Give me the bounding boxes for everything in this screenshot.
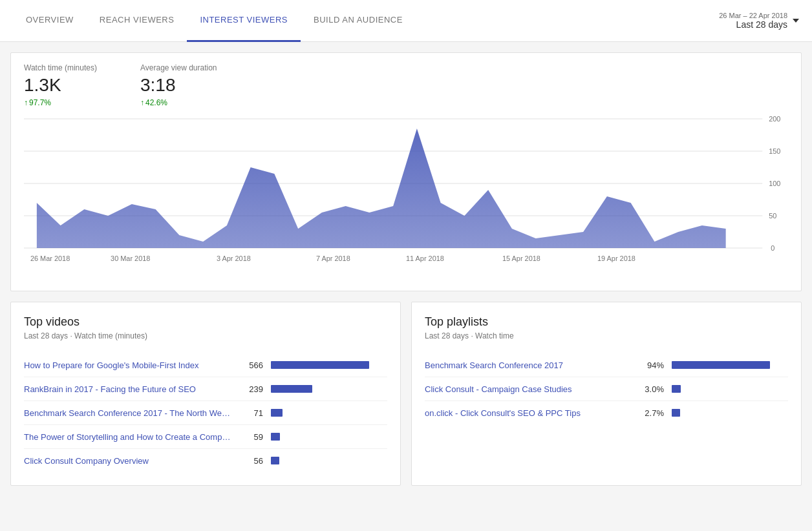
bar-container-3 [271, 408, 374, 418]
chevron-down-icon [793, 19, 799, 23]
svg-text:15 Apr 2018: 15 Apr 2018 [502, 255, 540, 262]
date-range-small: 26 Mar – 22 Apr 2018 [719, 12, 787, 19]
playlist-bar-container-3 [672, 408, 775, 418]
video-value-5: 56 [231, 456, 263, 466]
bar-container-1 [271, 360, 374, 370]
avg-view-metric: Average view duration 3:18 ↑42.6% [140, 63, 231, 107]
playlist-value-2: 3.0% [632, 384, 664, 394]
avg-view-arrow: ↑ [140, 98, 144, 107]
svg-text:50: 50 [769, 212, 776, 220]
playlist-value-1: 94% [632, 360, 664, 370]
video-value-1: 566 [231, 360, 263, 370]
chart-area: 200 150 100 50 0 26 Mar 2018 3 [24, 112, 788, 280]
video-label-2[interactable]: RankBrain in 2017 - Facing the Future of… [24, 384, 231, 394]
bar-1 [271, 361, 369, 369]
svg-text:7 Apr 2018: 7 Apr 2018 [316, 255, 350, 262]
bar-4 [271, 433, 280, 441]
playlist-value-3: 2.7% [632, 408, 664, 418]
video-label-1[interactable]: How to Prepare for Google's Mobile-First… [24, 360, 231, 370]
playlist-bar-3 [672, 409, 680, 417]
playlist-label-3[interactable]: on.click - Click Consult's SEO & PPC Tip… [425, 408, 632, 418]
playlist-bar-container-1 [672, 360, 775, 370]
playlist-bar-1 [672, 361, 770, 369]
main-content: Watch time (minutes) 1.3K ↑97.7% Average… [0, 42, 812, 496]
table-row: The Power of Storytelling and How to Cre… [24, 425, 387, 449]
svg-text:3 Apr 2018: 3 Apr 2018 [217, 255, 251, 262]
svg-text:150: 150 [769, 147, 780, 155]
watch-time-value: 1.3K [24, 75, 114, 96]
top-videos-title: Top videos [24, 315, 387, 329]
table-row: Click Consult Company Overview 56 [24, 449, 387, 472]
video-label-5[interactable]: Click Consult Company Overview [24, 456, 231, 466]
bar-3 [271, 409, 283, 417]
video-value-2: 239 [231, 384, 263, 394]
svg-text:26 Mar 2018: 26 Mar 2018 [30, 255, 70, 262]
playlist-bar-2 [672, 385, 681, 393]
date-range-main: Last 28 days [736, 19, 787, 30]
tab-bar: OVERVIEW REACH VIEWERS INTEREST VIEWERS … [0, 0, 812, 42]
bar-5 [271, 457, 279, 464]
tab-interest-viewers[interactable]: INTEREST VIEWERS [187, 0, 301, 42]
bottom-panels: Top videos Last 28 days · Watch time (mi… [10, 302, 802, 486]
table-row: Click Consult - Campaign Case Studies 3.… [425, 377, 788, 401]
watch-time-label: Watch time (minutes) [24, 63, 114, 72]
top-playlists-title: Top playlists [425, 315, 788, 329]
svg-text:100: 100 [769, 180, 780, 187]
top-playlists-subtitle: Last 28 days · Watch time [425, 331, 788, 340]
svg-text:30 Mar 2018: 30 Mar 2018 [111, 255, 150, 262]
table-row: How to Prepare for Google's Mobile-First… [24, 353, 387, 377]
bar-container-5 [271, 455, 374, 466]
chart-svg: 200 150 100 50 0 26 Mar 2018 3 [24, 112, 788, 280]
table-row: RankBrain in 2017 - Facing the Future of… [24, 377, 387, 401]
watch-time-change: ↑97.7% [24, 98, 114, 107]
video-value-4: 59 [231, 432, 263, 442]
bar-container-4 [271, 432, 374, 442]
video-label-3[interactable]: Benchmark Search Conference 2017 - The N… [24, 408, 231, 418]
table-row: Benchmark Search Conference 2017 94% [425, 353, 788, 377]
svg-text:0: 0 [771, 244, 775, 252]
watch-time-arrow: ↑ [24, 98, 28, 107]
playlist-label-2[interactable]: Click Consult - Campaign Case Studies [425, 384, 632, 394]
avg-view-change: ↑42.6% [140, 98, 231, 107]
watch-time-metric: Watch time (minutes) 1.3K ↑97.7% [24, 63, 114, 107]
top-playlists-panel: Top playlists Last 28 days · Watch time … [411, 302, 802, 486]
bar-2 [271, 385, 312, 393]
tab-overview[interactable]: OVERVIEW [13, 0, 87, 42]
playlist-bar-container-2 [672, 384, 775, 394]
svg-text:11 Apr 2018: 11 Apr 2018 [406, 255, 444, 262]
video-label-4[interactable]: The Power of Storytelling and How to Cre… [24, 432, 231, 442]
date-range-selector[interactable]: 26 Mar – 22 Apr 2018 Last 28 days [719, 12, 799, 30]
avg-view-label: Average view duration [140, 63, 231, 72]
table-row: on.click - Click Consult's SEO & PPC Tip… [425, 401, 788, 424]
top-videos-subtitle: Last 28 days · Watch time (minutes) [24, 331, 387, 340]
tab-build-audience[interactable]: BUILD AN AUDIENCE [301, 0, 416, 42]
video-value-3: 71 [231, 408, 263, 418]
metrics-row: Watch time (minutes) 1.3K ↑97.7% Average… [24, 63, 788, 107]
metrics-card: Watch time (minutes) 1.3K ↑97.7% Average… [10, 52, 802, 291]
svg-text:19 Apr 2018: 19 Apr 2018 [597, 255, 636, 262]
avg-view-value: 3:18 [140, 75, 231, 96]
table-row: Benchmark Search Conference 2017 - The N… [24, 401, 387, 425]
top-videos-panel: Top videos Last 28 days · Watch time (mi… [10, 302, 401, 486]
tab-reach-viewers[interactable]: REACH VIEWERS [87, 0, 187, 42]
svg-text:200: 200 [769, 115, 780, 123]
playlist-label-1[interactable]: Benchmark Search Conference 2017 [425, 360, 632, 370]
bar-container-2 [271, 384, 374, 394]
